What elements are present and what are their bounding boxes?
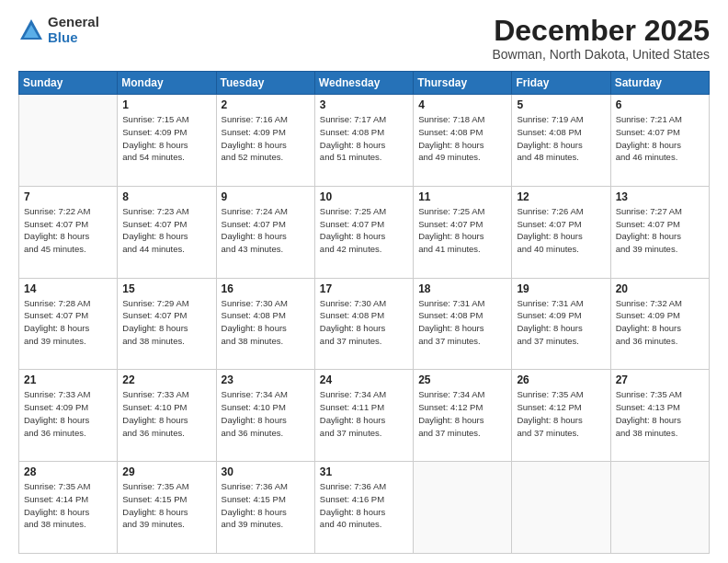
- weekday-header-monday: Monday: [118, 72, 216, 95]
- day-info: Sunrise: 7:23 AM Sunset: 4:07 PM Dayligh…: [122, 205, 210, 256]
- day-cell: 8Sunrise: 7:23 AM Sunset: 4:07 PM Daylig…: [118, 186, 216, 278]
- weekday-header-saturday: Saturday: [610, 72, 709, 95]
- day-cell: 30Sunrise: 7:36 AM Sunset: 4:15 PM Dayli…: [216, 462, 314, 554]
- day-cell: 27Sunrise: 7:35 AM Sunset: 4:13 PM Dayli…: [610, 370, 709, 462]
- day-info: Sunrise: 7:31 AM Sunset: 4:09 PM Dayligh…: [517, 297, 605, 348]
- day-cell: 10Sunrise: 7:25 AM Sunset: 4:07 PM Dayli…: [314, 186, 413, 278]
- day-info: Sunrise: 7:27 AM Sunset: 4:07 PM Dayligh…: [616, 205, 704, 256]
- day-info: Sunrise: 7:30 AM Sunset: 4:08 PM Dayligh…: [222, 297, 310, 348]
- day-info: Sunrise: 7:19 AM Sunset: 4:08 PM Dayligh…: [517, 113, 605, 164]
- day-number: 12: [517, 190, 605, 203]
- day-cell: 20Sunrise: 7:32 AM Sunset: 4:09 PM Dayli…: [610, 278, 709, 370]
- day-cell: [512, 462, 610, 554]
- day-cell: 4Sunrise: 7:18 AM Sunset: 4:08 PM Daylig…: [414, 95, 512, 187]
- week-row-5: 28Sunrise: 7:35 AM Sunset: 4:14 PM Dayli…: [19, 462, 710, 554]
- day-info: Sunrise: 7:36 AM Sunset: 4:16 PM Dayligh…: [320, 480, 408, 531]
- day-number: 4: [418, 98, 506, 111]
- day-info: Sunrise: 7:33 AM Sunset: 4:10 PM Dayligh…: [122, 388, 210, 439]
- weekday-header-wednesday: Wednesday: [314, 72, 413, 95]
- day-number: 1: [122, 98, 210, 111]
- day-info: Sunrise: 7:34 AM Sunset: 4:11 PM Dayligh…: [320, 388, 408, 439]
- day-info: Sunrise: 7:25 AM Sunset: 4:07 PM Dayligh…: [320, 205, 408, 256]
- day-number: 14: [24, 282, 112, 295]
- month-title: December 2025: [492, 15, 710, 47]
- day-info: Sunrise: 7:34 AM Sunset: 4:12 PM Dayligh…: [418, 388, 506, 439]
- day-cell: [414, 462, 512, 554]
- day-number: 29: [122, 465, 210, 478]
- day-cell: 17Sunrise: 7:30 AM Sunset: 4:08 PM Dayli…: [314, 278, 413, 370]
- day-number: 5: [517, 98, 605, 111]
- day-info: Sunrise: 7:26 AM Sunset: 4:07 PM Dayligh…: [517, 205, 605, 256]
- calendar-table: SundayMondayTuesdayWednesdayThursdayFrid…: [18, 71, 710, 554]
- weekday-header-sunday: Sunday: [19, 72, 118, 95]
- logo-general: General: [48, 15, 99, 30]
- day-number: 30: [222, 465, 310, 478]
- day-cell: 3Sunrise: 7:17 AM Sunset: 4:08 PM Daylig…: [314, 95, 413, 187]
- day-info: Sunrise: 7:18 AM Sunset: 4:08 PM Dayligh…: [418, 113, 506, 164]
- day-number: 19: [517, 282, 605, 295]
- day-cell: 25Sunrise: 7:34 AM Sunset: 4:12 PM Dayli…: [414, 370, 512, 462]
- day-info: Sunrise: 7:29 AM Sunset: 4:07 PM Dayligh…: [122, 297, 210, 348]
- day-number: 10: [320, 190, 408, 203]
- day-info: Sunrise: 7:35 AM Sunset: 4:12 PM Dayligh…: [517, 388, 605, 439]
- day-cell: 12Sunrise: 7:26 AM Sunset: 4:07 PM Dayli…: [512, 186, 610, 278]
- weekday-header-tuesday: Tuesday: [216, 72, 314, 95]
- day-number: 23: [222, 373, 310, 386]
- day-info: Sunrise: 7:16 AM Sunset: 4:09 PM Dayligh…: [222, 113, 310, 164]
- day-info: Sunrise: 7:25 AM Sunset: 4:07 PM Dayligh…: [418, 205, 506, 256]
- day-number: 20: [616, 282, 704, 295]
- day-cell: 14Sunrise: 7:28 AM Sunset: 4:07 PM Dayli…: [19, 278, 118, 370]
- day-cell: 19Sunrise: 7:31 AM Sunset: 4:09 PM Dayli…: [512, 278, 610, 370]
- logo-blue: Blue: [48, 30, 99, 46]
- day-cell: 15Sunrise: 7:29 AM Sunset: 4:07 PM Dayli…: [118, 278, 216, 370]
- day-info: Sunrise: 7:35 AM Sunset: 4:14 PM Dayligh…: [24, 480, 112, 531]
- day-info: Sunrise: 7:31 AM Sunset: 4:08 PM Dayligh…: [418, 297, 506, 348]
- day-number: 28: [24, 465, 112, 478]
- day-cell: 29Sunrise: 7:35 AM Sunset: 4:15 PM Dayli…: [118, 462, 216, 554]
- day-info: Sunrise: 7:30 AM Sunset: 4:08 PM Dayligh…: [320, 297, 408, 348]
- day-info: Sunrise: 7:35 AM Sunset: 4:15 PM Dayligh…: [122, 480, 210, 531]
- logo-text: General Blue: [48, 15, 99, 45]
- day-number: 7: [24, 190, 112, 203]
- day-number: 22: [122, 373, 210, 386]
- day-number: 13: [616, 190, 704, 203]
- day-cell: 9Sunrise: 7:24 AM Sunset: 4:07 PM Daylig…: [216, 186, 314, 278]
- day-cell: 11Sunrise: 7:25 AM Sunset: 4:07 PM Dayli…: [414, 186, 512, 278]
- day-number: 11: [418, 190, 506, 203]
- day-number: 18: [418, 282, 506, 295]
- day-cell: 7Sunrise: 7:22 AM Sunset: 4:07 PM Daylig…: [19, 186, 118, 278]
- day-cell: 16Sunrise: 7:30 AM Sunset: 4:08 PM Dayli…: [216, 278, 314, 370]
- day-cell: [19, 95, 118, 187]
- day-cell: 24Sunrise: 7:34 AM Sunset: 4:11 PM Dayli…: [314, 370, 413, 462]
- day-cell: [610, 462, 709, 554]
- day-number: 31: [320, 465, 408, 478]
- location: Bowman, North Dakota, United States: [492, 47, 710, 62]
- day-number: 6: [616, 98, 704, 111]
- day-number: 17: [320, 282, 408, 295]
- header: General Blue December 2025 Bowman, North…: [18, 15, 710, 62]
- day-cell: 28Sunrise: 7:35 AM Sunset: 4:14 PM Dayli…: [19, 462, 118, 554]
- weekday-header-friday: Friday: [512, 72, 610, 95]
- title-block: December 2025 Bowman, North Dakota, Unit…: [492, 15, 710, 62]
- day-info: Sunrise: 7:22 AM Sunset: 4:07 PM Dayligh…: [24, 205, 112, 256]
- day-cell: 1Sunrise: 7:15 AM Sunset: 4:09 PM Daylig…: [118, 95, 216, 187]
- day-number: 24: [320, 373, 408, 386]
- weekday-header-thursday: Thursday: [414, 72, 512, 95]
- day-cell: 21Sunrise: 7:33 AM Sunset: 4:09 PM Dayli…: [19, 370, 118, 462]
- day-number: 16: [222, 282, 310, 295]
- logo: General Blue: [18, 15, 99, 45]
- day-info: Sunrise: 7:35 AM Sunset: 4:13 PM Dayligh…: [616, 388, 704, 439]
- day-number: 25: [418, 373, 506, 386]
- day-info: Sunrise: 7:24 AM Sunset: 4:07 PM Dayligh…: [222, 205, 310, 256]
- page: General Blue December 2025 Bowman, North…: [0, 0, 728, 563]
- day-number: 8: [122, 190, 210, 203]
- day-cell: 6Sunrise: 7:21 AM Sunset: 4:07 PM Daylig…: [610, 95, 709, 187]
- day-cell: 13Sunrise: 7:27 AM Sunset: 4:07 PM Dayli…: [610, 186, 709, 278]
- week-row-3: 14Sunrise: 7:28 AM Sunset: 4:07 PM Dayli…: [19, 278, 710, 370]
- day-number: 9: [222, 190, 310, 203]
- logo-icon: [18, 17, 44, 43]
- day-info: Sunrise: 7:32 AM Sunset: 4:09 PM Dayligh…: [616, 297, 704, 348]
- day-cell: 22Sunrise: 7:33 AM Sunset: 4:10 PM Dayli…: [118, 370, 216, 462]
- day-info: Sunrise: 7:28 AM Sunset: 4:07 PM Dayligh…: [24, 297, 112, 348]
- day-info: Sunrise: 7:34 AM Sunset: 4:10 PM Dayligh…: [222, 388, 310, 439]
